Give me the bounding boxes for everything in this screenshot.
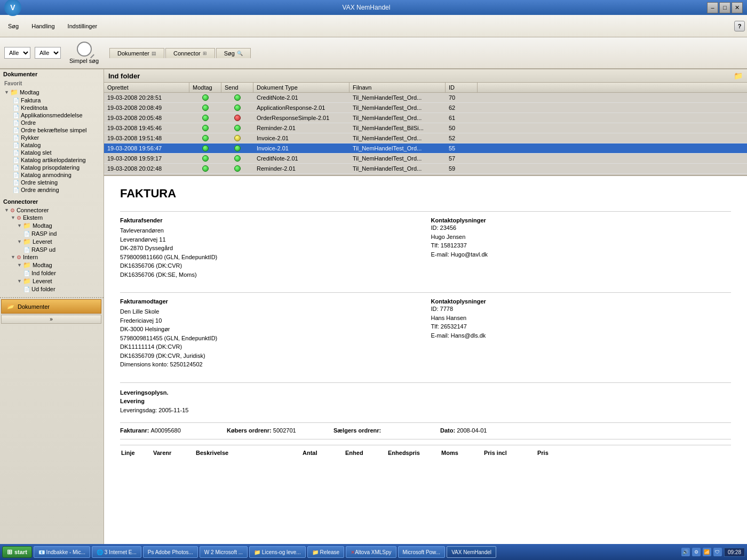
sidebar-ekstern-modtag-label: Modtag [33,222,52,229]
doc-icon: 📄 [13,98,19,103]
taskbar-item-vax[interactable]: VAX NemHandel [447,546,496,558]
sidebar-item-ind-folder[interactable]: 📄 Ind folder [0,269,104,277]
start-button[interactable]: ⊞ start [2,546,32,558]
divider-3 [120,382,731,383]
table-row[interactable]: 19-03-2008 19:56:47 Invoice-2.01 Til_Nem… [104,143,747,154]
doc-sender-addr2: DK-2870 Dyssegård [120,244,420,253]
cell-modtag [189,103,221,113]
simpel-sog-button[interactable]: Simpel søg [65,39,103,66]
taskbar-item-internet[interactable]: 🌐 3 Internet E... [92,546,141,558]
taskbar-item-altova[interactable]: ✕ Altova XMLSpy [346,546,396,558]
main-layout: Dokumenter Favorit ▼ 📁 Modtag 📄 Faktura … [0,69,747,544]
doc-icon: 📄 [13,172,19,178]
sidebar-applikationsmeddelelse-label: Applikationsmeddelelse [21,112,83,118]
taskbar-item-word[interactable]: W 2 Microsoft ... [200,546,248,558]
taskbar-item-indbakke[interactable]: 📧 Indbakke - Mic... [34,546,90,558]
sidebar-item-ekstern[interactable]: ▼ ⚙ Ekstern [0,214,104,221]
taskbar-item-photoshop[interactable]: Ps Adobe Photos... [143,546,198,558]
col-beskrivelse: Beskrivelse [195,449,301,457]
sidebar-item-ud-folder[interactable]: 📄 Ud folder [0,285,104,293]
app-logo: V [4,0,21,16]
doc-receiver-gln: 5798009811455 (GLN, EndepunktID) [120,334,420,343]
sidebar-item-applikationsmeddelelse[interactable]: 📄 Applikationsmeddelelse [0,111,104,119]
doc-saelgers-ordre: Sælgers ordrenr: [333,427,440,434]
sidebar-item-ordre-aend[interactable]: 📄 Ordre ændring [0,186,104,194]
cell-filnavn: Til_NemHandelTest_Ord... [349,133,446,143]
sidebar-item-katalog-pris[interactable]: 📄 Katalog prisopdatering [0,164,104,171]
menu-item-indstillinger[interactable]: Indstillinger [62,20,104,32]
sidebar-item-ordre-bekr[interactable]: 📄 Ordre bekræftelse simpel [0,126,104,134]
taskbar-item-powerpoint[interactable]: Microsoft Pow... [398,546,446,558]
toolbar-dropdown-1[interactable]: Alle [4,47,30,59]
sidebar-item-ekstern-modtag[interactable]: ▼ 📁 Modtag [0,221,104,230]
sidebar-item-katalog-anm[interactable]: 📄 Katalog anmodning [0,171,104,179]
sidebar-item-modtag-parent[interactable]: ▼ 📁 Modtag [0,88,104,97]
menu-item-handling[interactable]: Handling [26,20,60,32]
windows-icon: ⊞ [7,548,12,556]
sidebar-item-intern-leveret[interactable]: ▼ 📁 Leveret [0,277,104,285]
table-row[interactable]: 19-03-2008 20:08:49 ApplicationResponse-… [104,103,747,113]
sidebar-item-intern-modtag[interactable]: ▼ 📁 Modtag [0,261,104,269]
maximize-button[interactable]: □ [719,2,730,13]
sidebar-intern-label: Intern [23,254,38,260]
menu-item-sog[interactable]: Søg [2,20,25,32]
sidebar-katalog-slet-label: Katalog slet [21,149,51,156]
status-dot-red [234,115,241,121]
sidebar-item-ordre[interactable]: 📄 Ordre [0,119,104,126]
col-header-oprettet: Oprettet [104,83,189,92]
folder-icon: 📁 [10,89,18,96]
dokumenter-bottom-label: Dokumenter [18,303,50,310]
sidebar-item-kreditnota[interactable]: 📄 Kreditnota [0,104,104,111]
table-row[interactable]: 19-03-2008 19:59:17 CreditNote-2.01 Til_… [104,154,747,164]
inbox-header: Ind folder 📁 [104,69,747,83]
expand-sidebar-button[interactable]: » [1,315,101,324]
sidebar-item-connectorer[interactable]: ▼ ⚙ Connectorer [0,206,104,214]
sidebar-item-katalog[interactable]: 📄 Katalog [0,141,104,149]
sidebar-item-rykker[interactable]: 📄 Rykker [0,134,104,141]
taskbar-item-release[interactable]: 📁 Release [307,546,344,558]
cell-send [221,164,253,173]
sidebar-item-katalog-artikel[interactable]: 📄 Katalog artikelopdatering [0,156,104,164]
col-pris-incl: Pris incl [483,449,536,457]
table-row[interactable]: 19-03-2008 20:05:48 OrderResponseSimple-… [104,113,747,123]
sidebar-header-connectorer: Connectorer [0,197,104,206]
sidebar-item-ordre-slet[interactable]: 📄 Ordre sletning [0,179,104,186]
table-row[interactable]: 19-03-2008 20:02:48 Reminder-2.01 Til_Ne… [104,164,747,174]
dokumenter-bottom-button[interactable]: 📂 Dokumenter [1,299,101,314]
tab-sog[interactable]: Søg 🔍 [216,48,251,58]
minimize-button[interactable]: – [707,2,718,13]
sidebar-rasp-ind-label: RASP ind [31,230,57,237]
doc-receiver-cvrj: DK16356709 (DK:CVR, Juridisk) [120,351,420,361]
sidebar-favorit-label: Favorit [0,79,104,88]
sidebar-item-faktura[interactable]: 📄 Faktura [0,97,104,104]
sidebar-connectorer-label: Connectorer [17,207,49,213]
tab-connector[interactable]: Connector ⊞ [165,48,215,58]
inbox-title: Ind folder [108,72,140,80]
toolbar-dropdown-2[interactable]: Alle [35,47,61,59]
cell-id: 52 [446,133,478,143]
table-row[interactable]: 19-03-2008 19:45:46 Reminder-2.01 Til_Ne… [104,123,747,133]
sidebar-item-ekstern-leveret[interactable]: ▼ 📁 Leveret [0,237,104,246]
taskbar-item-licens[interactable]: 📁 Licens-og leve... [249,546,306,558]
table-row[interactable]: 19-03-2008 20:28:51 CreditNote-2.01 Til_… [104,93,747,103]
sidebar-item-rasp-ud[interactable]: 📄 RASP ud [0,246,104,253]
close-button[interactable]: ✕ [732,2,743,13]
doc-sender-contact-header: Kontaktoplysninger [431,217,732,223]
sidebar-item-katalog-slet[interactable]: 📄 Katalog slet [0,149,104,156]
taskbar-item-label: 🌐 3 Internet E... [97,549,137,555]
help-button[interactable]: ? [734,21,745,31]
sidebar-header-dokumenter: Dokumenter [0,69,104,79]
sidebar-ordre-slet-label: Ordre sletning [21,179,58,186]
doc-sender-cvr: DK16356706 (DK:CVR) [120,261,420,270]
menu-bar: Søg Handling Indstillinger ? [0,15,747,37]
sidebar-ordre-bekr-label: Ordre bekræftelse simpel [21,127,87,133]
cell-oprettet: 19-03-2008 20:08:49 [104,103,189,113]
folder-icon: 📁 [23,222,31,229]
cell-type: Invoice-2.01 [253,133,349,143]
divider-1 [120,211,731,212]
table-row[interactable]: 19-03-2008 19:51:48 Invoice-2.01 Til_Nem… [104,133,747,143]
sidebar-item-rasp-ind[interactable]: 📄 RASP ind [0,230,104,237]
sidebar-item-intern[interactable]: ▼ ⚙ Intern [0,253,104,261]
tab-dokumenter[interactable]: Dokumenter ▤ [109,48,164,58]
sys-icon-1: 🔊 [681,548,690,556]
